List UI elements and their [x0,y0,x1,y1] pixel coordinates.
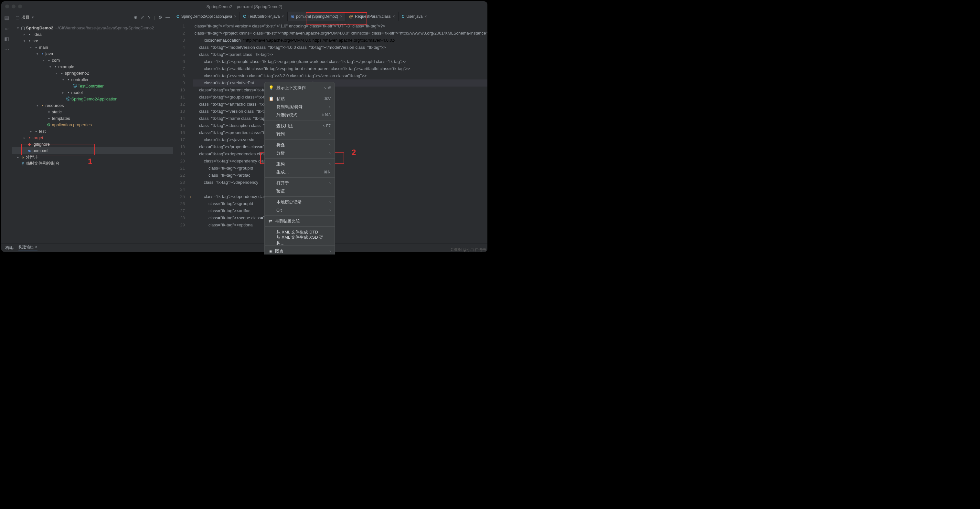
menu-item-label: 验证 [276,188,285,194]
code-area[interactable]: class="tk-tag"><?xml version= class="tk-… [193,21,487,244]
editor-tab[interactable]: CTestController.java× [240,12,287,21]
tree-main[interactable]: ▾▪main [12,44,173,51]
diagram-icon: ▣ [269,249,272,254]
gutter-markers: ○○ [188,21,193,244]
context-menu[interactable]: 💡显示上下文操作⌥⏎📋粘贴⌘V复制/粘贴特殊›列选择模式⇧⌘8查找用法⌥F7转到… [264,82,335,255]
build-label: 构建: [5,245,14,251]
tree-resources[interactable]: ▾▪resources [12,102,173,108]
bookmark-tool-icon[interactable]: ◧ [4,36,9,42]
sidebar-title: 项目 [21,14,30,21]
bottom-bar: 构建: 构建输出 × [1,244,487,252]
annotation-box-1 [21,144,95,155]
select-opened-icon[interactable]: ⊕ [134,15,137,20]
menu-item[interactable]: 📋粘贴⌘V [265,95,334,103]
tab-label: SpringDemo2Application.java [181,14,232,19]
tree-test[interactable]: ▸▪test [12,128,173,134]
menu-item[interactable]: 分析› [265,149,334,157]
menu-item-label: 重构 [276,161,285,167]
annotation-label-2: 2 [352,148,356,157]
tab-file-icon: C [243,14,246,19]
tree-com[interactable]: ▾▪com [12,57,173,63]
menu-item-label: 本地历史记录 [276,199,302,205]
menu-item[interactable]: 查找用法⌥F7 [265,122,334,130]
tab-close-icon[interactable]: × [393,14,395,19]
tree-static[interactable]: ▪static [12,108,173,115]
menu-item-label: 转到 [276,131,285,137]
menu-item-label: 粘贴 [276,96,285,102]
tab-file-icon: C [402,14,405,19]
dropdown-icon[interactable]: ▾ [32,15,34,20]
tree-java[interactable]: ▾▪java [12,51,173,57]
tree-target[interactable]: ▸▪target [12,134,173,141]
build-output-tab[interactable]: 构建输出 × [18,244,37,251]
menu-item-label: 折叠 [276,142,285,148]
line-gutter: 1234567891011121314151617181920212223242… [173,21,188,244]
tab-close-icon[interactable]: × [282,14,284,19]
tree-application[interactable]: ⒸSpringDemo2Application [12,95,173,102]
menu-item[interactable]: 验证 [265,187,334,195]
menu-item[interactable]: 生成…⌘N [265,168,334,176]
menu-item[interactable]: ▣图表› [265,247,334,255]
menu-item[interactable]: ⇄与剪贴板比较 [265,217,334,225]
menu-item-label: 分析 [276,150,285,156]
expand-icon[interactable]: ⤢ [141,15,144,20]
menu-item-label: 复制/粘贴特殊 [276,104,303,110]
menu-item-label: 显示上下文操作 [276,85,306,91]
menu-item-label: 生成… [276,169,289,175]
window-title: SpringDemo2 – pom.xml (SpringDemo2) [207,4,283,9]
traffic-lights[interactable] [5,5,22,8]
compare-icon: ⇄ [269,219,272,224]
menu-item[interactable]: 💡显示上下文操作⌥⏎ [265,84,334,92]
tab-file-icon: m [291,14,294,19]
tab-label: User.java [406,14,422,19]
editor-tab[interactable]: CUser.java× [399,12,431,21]
menu-item[interactable]: 从 XML 文件生成 XSD 架构… [265,236,334,244]
tree-springdemo2[interactable]: ▾▪springdemo2 [12,70,173,76]
menu-item-label: 打开于 [276,180,289,186]
menu-item[interactable]: 列选择模式⇧⌘8 [265,111,334,119]
tree-testcontroller[interactable]: ⒸTestController [12,83,173,89]
annotation-label-1: 1 [88,157,92,166]
tree-scratch[interactable]: ⎘临时文件和控制台 [12,160,173,166]
tree-project-root[interactable]: ▾▢SpringDemo2~/GitWarehouse/base-java/Ja… [12,25,173,31]
tree-appprops[interactable]: ⚙application.properties [12,121,173,128]
paste-icon: 📋 [269,96,274,101]
watermark: CSDN @小白在进击 [450,247,486,252]
tree-model[interactable]: ▸▪model [12,89,173,95]
menu-item-label: 与剪贴板比较 [275,218,300,224]
menu-item-label: 查找用法 [276,123,293,129]
titlebar: SpringDemo2 – pom.xml (SpringDemo2) [1,1,487,12]
project-sidebar: ▢ 项目 ▾ ⊕ ⤢ ⤡ | ⚙ — ▾▢SpringDemo2~/GitWar… [12,12,173,252]
menu-item-label: 列选择模式 [276,112,298,118]
menu-item-label: 图表 [275,248,283,254]
tree-example[interactable]: ▾▪example [12,63,173,70]
menu-item-label: 从 XML 文件生成 XSD 架构… [276,235,331,246]
tab-close-icon[interactable]: × [234,14,236,19]
more-tool-icon[interactable]: ⋯ [4,46,10,52]
tab-file-icon: C [177,14,180,19]
settings-icon[interactable]: ⚙ [158,15,162,20]
menu-item[interactable]: 重构› [265,160,334,168]
tree-src[interactable]: ▾▪src [12,38,173,44]
tree-controller[interactable]: ▾▪controller [12,76,173,83]
menu-item[interactable]: 复制/粘贴特殊› [265,103,334,111]
tab-label: TestController.java [248,14,280,19]
folder-icon: ▢ [16,15,19,20]
menu-item[interactable]: Git› [265,206,334,214]
tree-idea[interactable]: ▸▪.idea [12,31,173,38]
collapse-icon[interactable]: ⤡ [147,15,151,20]
bulb-icon: 💡 [269,85,274,90]
annotation-box-tabs [306,12,367,25]
editor-tab[interactable]: CSpringDemo2Application.java× [173,12,240,21]
structure-tool-icon[interactable]: ⎄ [5,25,8,31]
menu-item[interactable]: 转到› [265,130,334,138]
tree-templates[interactable]: ▪templates [12,115,173,121]
tool-window-rail: ▤ ⎄ ◧ ⋯ [1,12,12,252]
menu-item[interactable]: 打开于› [265,179,334,187]
hide-icon[interactable]: — [165,15,170,20]
tab-close-icon[interactable]: × [425,14,426,19]
project-tree[interactable]: ▾▢SpringDemo2~/GitWarehouse/base-java/Ja… [12,23,173,252]
project-tool-icon[interactable]: ▤ [4,15,9,21]
menu-item[interactable]: 折叠› [265,141,334,149]
menu-item[interactable]: 本地历史记录› [265,198,334,206]
